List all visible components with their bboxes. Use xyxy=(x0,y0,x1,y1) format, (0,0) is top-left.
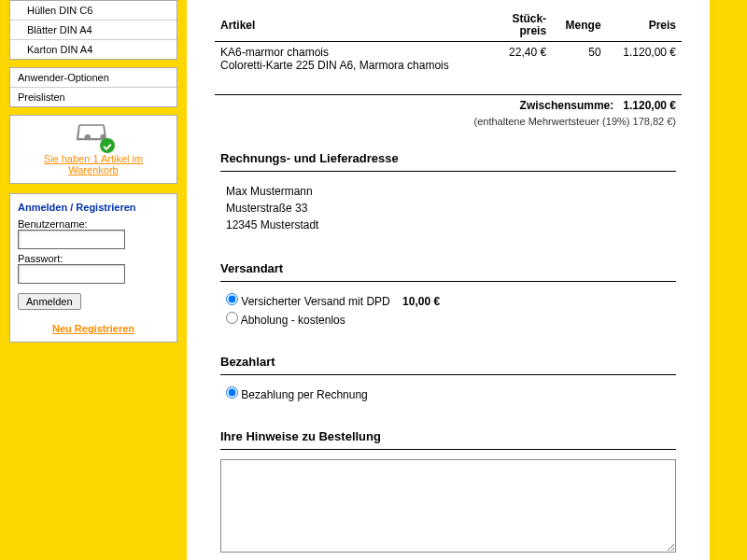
username-label: Benutzername: xyxy=(18,218,169,230)
tax-note: (enthaltene Mehrwertsteuer (19%) 178,82 … xyxy=(220,116,676,127)
cart-icon xyxy=(74,123,113,149)
notes-section: Ihre Hinweise zu Bestellung xyxy=(215,424,682,560)
login-box: Anmelden / Registrieren Benutzername: Pa… xyxy=(9,193,177,343)
payment-section: Bezahlart Bezahlung per Rechnung xyxy=(215,349,682,409)
ship-label-dpd: Versicherter Versand mit DPD xyxy=(241,295,389,308)
login-header: Anmelden / Registrieren xyxy=(18,202,169,213)
nav-item-options[interactable]: Anwender-Optionen xyxy=(10,68,176,88)
nav-item-huellen[interactable]: Hüllen DIN C6 xyxy=(10,1,176,21)
col-price: Preis xyxy=(607,9,682,42)
main-content: Artikel Stück-preis Menge Preis KA6-marm… xyxy=(187,0,710,560)
cell-qty: 50 xyxy=(552,42,606,77)
address-city: 12345 Musterstadt xyxy=(226,217,670,233)
nav-item-pricelists[interactable]: Preislisten xyxy=(10,88,176,106)
shipping-section: Versandart Versicherter Versand mit DPD … xyxy=(215,256,682,334)
pay-radio-invoice[interactable] xyxy=(226,386,238,399)
ship-radio-pickup[interactable] xyxy=(226,312,238,324)
item-code: KA6-marmor chamois xyxy=(220,46,489,59)
nav-item-blaetter[interactable]: Blätter DIN A4 xyxy=(10,21,176,40)
notes-textarea[interactable] xyxy=(220,459,676,553)
ship-price-dpd: 10,00 € xyxy=(402,295,440,308)
subtotal-value: 1.120,00 € xyxy=(623,99,676,112)
address-header: Rechnungs- und Lieferadresse xyxy=(220,151,676,172)
col-unitprice: Stück-preis xyxy=(495,9,552,42)
address-street: Musterstraße 33 xyxy=(226,200,670,217)
category-nav: Hüllen DIN C6 Blätter DIN A4 Karton DIN … xyxy=(9,0,177,60)
password-label: Passwort: xyxy=(18,253,169,264)
col-qty: Menge xyxy=(552,9,606,42)
cart-link[interactable]: Sie haben 1 Artikel im Warenkorb xyxy=(44,153,143,175)
item-desc: Coloretti-Karte 225 DIN A6, Marmora cham… xyxy=(220,59,489,72)
ship-radio-dpd[interactable] xyxy=(226,293,238,305)
nav-item-karton[interactable]: Karton DIN A4 xyxy=(10,40,176,59)
cell-unitprice: 22,40 € xyxy=(495,42,552,77)
pay-label-invoice: Bezahlung per Rechnung xyxy=(241,388,367,401)
notes-header: Ihre Hinweise zu Bestellung xyxy=(220,429,676,450)
ship-label-pickup: Abholung - kostenlos xyxy=(241,314,345,327)
user-nav: Anwender-Optionen Preislisten xyxy=(9,67,177,107)
cell-price: 1.120,00 € xyxy=(607,42,682,77)
cart-box: Sie haben 1 Artikel im Warenkorb xyxy=(9,115,177,184)
table-row: KA6-marmor chamois Coloretti-Karte 225 D… xyxy=(215,42,682,77)
shipping-header: Versandart xyxy=(220,261,676,282)
subtotal-label: Zwischensumme: xyxy=(520,99,614,112)
register-link[interactable]: Neu Registrieren xyxy=(18,323,169,334)
order-table: Artikel Stück-preis Menge Preis KA6-marm… xyxy=(215,9,682,131)
login-button[interactable]: Anmelden xyxy=(18,293,81,310)
payment-header: Bezahlart xyxy=(220,355,676,375)
username-input[interactable] xyxy=(18,230,125,249)
password-input[interactable] xyxy=(18,264,125,284)
col-article: Artikel xyxy=(215,9,495,42)
address-section: Rechnungs- und Lieferadresse Max Musterm… xyxy=(215,146,682,241)
address-name: Max Mustermann xyxy=(226,183,670,200)
